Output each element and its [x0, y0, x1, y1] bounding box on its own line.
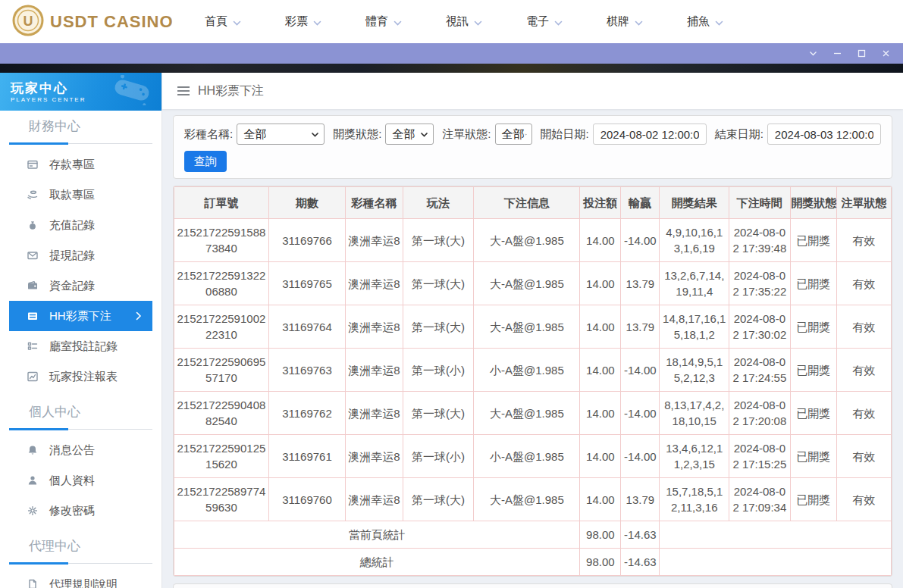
sidebar-item-label: 修改密碼	[49, 504, 95, 518]
sidebar-menu: 代理規則說明	[9, 565, 152, 588]
minimize-button[interactable]	[832, 48, 842, 58]
search-button[interactable]: 查詢	[184, 151, 227, 172]
window-dropdown-button[interactable]	[808, 48, 818, 58]
hall-bet-record-icon	[27, 340, 39, 352]
sidebar-section: 個人中心消息公告個人資料修改密碼	[0, 396, 161, 530]
sidebar-item[interactable]: 消息公告	[9, 435, 152, 465]
nav-item[interactable]: 彩票	[285, 14, 321, 29]
period-cell: 31169760	[268, 478, 345, 521]
sidebar: 玩家中心 PLAYERS CENTER 財務中心存款專區取款專區充值記錄提現記錄…	[0, 73, 162, 588]
bet-info-cell: 大-A盤@1.985	[474, 262, 580, 305]
sidebar-item-label: 資金記錄	[49, 279, 95, 293]
order-status-cell: 有效	[837, 349, 892, 392]
table-row: 215217225901251562031169761澳洲幸运8第一球(小)小-…	[174, 435, 892, 478]
sidebar-item-label: 提現記錄	[49, 249, 95, 263]
order-status-value: 全部	[502, 127, 525, 142]
nav-item[interactable]: 棋牌	[607, 14, 643, 29]
end-date-input[interactable]	[767, 124, 881, 145]
summary-empty-cell	[660, 521, 892, 549]
gamepad-icon	[108, 75, 155, 108]
draw-result-cell: 18,14,9,5,15,2,12,3	[660, 349, 729, 392]
chevron-down-icon	[525, 132, 527, 137]
sidebar-item-active[interactable]: HH彩票下注	[9, 301, 152, 331]
draw-status-cell: 已開獎	[790, 392, 836, 435]
order-status-select[interactable]: 全部	[495, 124, 532, 145]
nav-item[interactable]: 視訊	[446, 14, 482, 29]
bet-amount-cell: 14.00	[580, 435, 621, 478]
sidebar-item[interactable]: 取款專區	[9, 180, 152, 210]
nav-item[interactable]: 電子	[526, 14, 563, 29]
sidebar-item[interactable]: 玩家投注報表	[9, 361, 152, 392]
play-type-column-header: 玩法	[403, 187, 474, 219]
draw-result-cell: 15,7,18,5,12,11,3,16	[660, 478, 729, 521]
document-icon	[27, 578, 39, 588]
recharge-record-icon	[27, 219, 39, 231]
maximize-button[interactable]	[857, 48, 867, 58]
start-date-label: 開始日期:	[541, 127, 589, 142]
period-column-header: 期數	[268, 187, 345, 219]
chevron-down-icon	[233, 15, 241, 28]
order-status-label: 注單狀態:	[442, 127, 491, 142]
play-type-cell: 第一球(大)	[403, 392, 474, 435]
win-loss-cell: 13.79	[621, 478, 660, 521]
bet-amount-cell: 14.00	[580, 392, 621, 435]
order-id-cell: 2152172259132206880	[174, 262, 269, 305]
bet-amount-cell: 14.00	[580, 478, 621, 521]
bet-amount-cell: 14.00	[580, 349, 621, 392]
summary-row: 當前頁統計98.00-14.63	[174, 521, 892, 549]
bets-table: 訂單號期數彩種名稱玩法下注信息投注額輸贏開獎結果下注時間開獎狀態注單狀態 215…	[174, 186, 892, 576]
sidebar-header: 玩家中心 PLAYERS CENTER	[0, 73, 161, 111]
close-button[interactable]	[881, 48, 891, 58]
sidebar-subtitle: PLAYERS CENTER	[11, 96, 86, 103]
sidebar-section: 代理中心代理規則說明	[0, 530, 161, 588]
menu-toggle-icon[interactable]	[177, 86, 190, 96]
nav-item[interactable]: 體育	[365, 14, 402, 29]
sidebar-item[interactable]: 個人資料	[9, 465, 152, 496]
nav-item-label: 棋牌	[607, 14, 629, 29]
window-titlebar	[0, 43, 903, 64]
player-report-icon	[27, 371, 39, 383]
sidebar-item-label: 玩家投注報表	[49, 370, 118, 384]
bet-time-cell: 2024-08-02 17:09:34	[729, 478, 790, 521]
deposit-icon	[27, 158, 39, 170]
bet-info-cell: 小-A盤@1.985	[474, 349, 580, 392]
sidebar-item[interactable]: 充值記錄	[9, 210, 152, 240]
draw-result-cell: 8,13,17,4,2,18,10,15	[660, 392, 729, 435]
draw-status-select[interactable]: 全部	[385, 124, 434, 145]
nav-item[interactable]: 捕魚	[687, 14, 723, 29]
sidebar-item[interactable]: 提現記錄	[9, 240, 152, 271]
sidebar-item-label: 廳室投註記錄	[49, 339, 118, 354]
start-date-input[interactable]	[593, 124, 707, 145]
summary-label-cell: 當前頁統計	[174, 521, 580, 549]
brand-logo[interactable]: U USDT CASINO	[0, 5, 193, 39]
win-loss-cell: 13.79	[621, 305, 660, 349]
lottery-name-cell: 澳洲幸运8	[346, 262, 403, 305]
table-row: 215217225915887384031169766澳洲幸运8第一球(大)大-…	[174, 219, 892, 262]
table-row: 215217225904088254031169762澳洲幸运8第一球(大)大-…	[174, 392, 892, 435]
sidebar-item[interactable]: 資金記錄	[9, 271, 152, 301]
top-nav: 首頁彩票體育視訊電子棋牌捕魚	[205, 14, 723, 29]
sidebar-item[interactable]: 存款專區	[9, 149, 152, 180]
table-row: 215217225906955717031169763澳洲幸运8第一球(小)小-…	[174, 349, 892, 392]
sidebar-item[interactable]: 代理規則說明	[9, 569, 152, 588]
bet-info-cell: 大-A盤@1.985	[474, 305, 580, 349]
sidebar-section-label: 代理中心	[9, 538, 152, 555]
draw-status-value: 全部	[392, 127, 415, 142]
nav-item[interactable]: 首頁	[205, 14, 241, 29]
main-content: HH彩票下注 彩種名稱: 全部 開獎狀態: 全部 注單狀態:	[162, 73, 903, 588]
draw-status-label: 開獎狀態:	[333, 127, 381, 142]
bell-icon	[27, 444, 39, 456]
draw-status-column-header: 開獎狀態	[790, 187, 836, 219]
table-row: 215217225897745963031169760澳洲幸运8第一球(大)大-…	[174, 478, 892, 521]
bet-amount-column-header: 投注額	[580, 187, 621, 219]
bet-time-cell: 2024-08-02 17:24:55	[729, 349, 790, 392]
lottery-name-cell: 澳洲幸运8	[346, 478, 403, 521]
order-id-cell: 2152172259012515620	[174, 435, 269, 478]
chevron-down-icon	[393, 15, 402, 28]
lottery-name-column-header: 彩種名稱	[346, 187, 403, 219]
lottery-name-select[interactable]: 全部	[237, 124, 325, 145]
sidebar-section-label: 個人中心	[9, 404, 152, 421]
sidebar-item[interactable]: 修改密碼	[9, 496, 152, 526]
sidebar-item[interactable]: 廳室投註記錄	[9, 331, 152, 361]
chevron-down-icon	[311, 132, 319, 137]
